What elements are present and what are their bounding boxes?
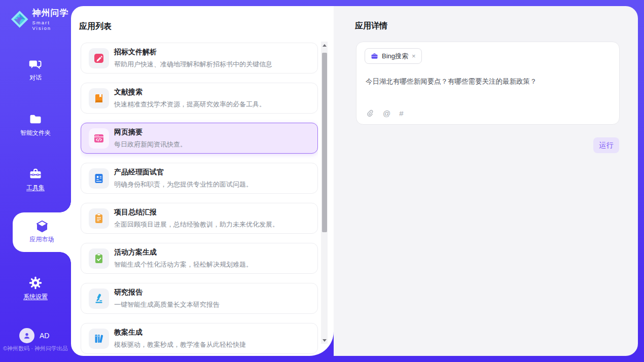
app-desc: 一键智能生成高质量长文本研究报告 [114,300,220,309]
composer-toolbar: @ # [366,109,404,118]
query-input[interactable]: 今日湖北有哪些新闻要点？有哪些需要关注的最新政策？ [366,77,612,86]
close-icon[interactable]: × [412,53,416,59]
sidebar-item-smart-folder[interactable]: 智能文件夹 [0,112,71,137]
app-logo: 神州问学 Smart Vision [10,7,71,31]
app-title: 产品经理面试官 [114,168,253,177]
gear-icon [28,276,43,290]
run-button[interactable]: 运行 [593,137,619,153]
diamond-logo-icon [10,10,29,29]
app-title: 教案生成 [114,328,246,337]
app-icon-box [89,288,109,309]
app-title: 活动方案生成 [114,248,253,257]
microscope-icon [93,293,105,305]
logo-title: 神州问学 [32,7,71,19]
scroll-down-icon[interactable] [321,337,328,344]
sidebar-item-settings[interactable]: 系统设置 [0,276,71,301]
app-icon-box [89,128,109,149]
app-desc: 每日政府新闻资讯快查。 [114,140,187,149]
app-icon-box [89,329,109,349]
app-detail-panel: 应用详情 Bing搜索 × 今日湖北有哪些新闻要点？有哪些需要关注的最新政策？ … [334,6,638,356]
app-desc: 快速精准查找学术资源，提高研究效率的必备工具。 [114,100,266,109]
app-desc: 模板驱动，教案秒成，教学准备从此轻松快捷 [114,340,246,349]
app-title: 文献搜索 [114,88,266,97]
toolbox-icon [28,167,43,181]
books-icon [93,333,105,345]
sidebar-item-toolbox[interactable]: 工具集 [0,167,71,192]
interviewer-doc-icon [93,172,105,185]
literature-book-icon [93,92,105,104]
logo-subtitle: Smart Vision [32,20,71,31]
app-desc: 智能生成个性化活动方案，轻松解决规划难题。 [114,260,253,269]
topic-icon[interactable]: # [399,109,403,118]
app-card[interactable]: 招标文件解析 帮助用户快速、准确地理解和解析招标书中的关键信息 [81,43,318,74]
sidebar-item-label: 工具集 [0,184,71,192]
person-icon [22,331,31,340]
app-detail-title: 应用详情 [355,21,387,31]
app-title: 网页摘要 [114,128,187,137]
app-list-title: 应用列表 [79,21,112,32]
app-desc: 帮助用户快速、准确地理解和解析招标书中的关键信息 [114,60,272,69]
app-icon-box [89,88,109,108]
sidebar-item-label: 智能文件夹 [0,129,71,137]
avatar [19,328,34,343]
app-icon-box [89,208,109,229]
app-card[interactable]: 研究报告 一键智能生成高质量长文本研究报告 [81,283,318,314]
app-title: 项目总结汇报 [114,208,279,217]
app-card[interactable]: 教案生成 模板驱动，教案秒成，教学准备从此轻松快捷 [81,323,318,354]
app-card[interactable]: 项目总结汇报 全面回顾项目进展，总结经验教训，助力未来优化发展。 [81,203,318,234]
clipboard-report-icon [93,212,105,225]
sidebar: 神州问学 Smart Vision 对话 智能文件夹 [0,0,71,362]
app-card[interactable]: 文献搜索 快速精准查找学术资源，提高研究效率的必备工具。 [81,83,318,114]
scroll-up-icon[interactable] [321,42,328,49]
sidebar-item-label: 对话 [0,74,71,82]
app-icon-box [89,48,109,68]
app-list-panel: 应用列表 招标文件解析 帮助用户快速、准确地理解和解析招标书中的关键信息 [71,6,334,356]
app-card-selected[interactable]: 网页摘要 每日政府新闻资讯快查。 [81,123,318,154]
app-card[interactable]: 活动方案生成 智能生成个性化活动方案，轻松解决规划难题。 [81,243,318,274]
user-name: AD [40,332,49,340]
bid-document-icon [93,52,105,64]
app-title: 研究报告 [114,288,220,297]
sidebar-item-label: 应用市场 [13,235,71,244]
prompt-card: Bing搜索 × 今日湖北有哪些新闻要点？有哪些需要关注的最新政策？ @ # [356,42,620,125]
tool-chip-bing-search[interactable]: Bing搜索 × [365,48,422,64]
attachment-icon[interactable] [366,109,374,118]
sidebar-footer: ©神州数码 · 神州问学出品 [3,345,71,352]
sidebar-item-app-market[interactable]: 应用市场 [13,212,71,252]
sidebar-item-chat[interactable]: 对话 [0,57,71,82]
sidebar-item-label: 系统设置 [0,293,71,301]
app-desc: 明确身份和职责，为您提供专业性的面试问题。 [114,180,253,189]
app-desc: 全面回顾项目进展，总结经验教训，助力未来优化发展。 [114,220,279,229]
app-icon-box [89,168,109,189]
cube-icon [34,219,50,234]
app-icon-box [89,248,109,269]
list-scrollbar[interactable] [321,42,328,344]
app-list: 招标文件解析 帮助用户快速、准确地理解和解析招标书中的关键信息 文献搜索 快速精… [81,43,318,356]
user-account[interactable]: AD [19,328,49,343]
app-card[interactable]: 产品经理面试官 明确身份和职责，为您提供专业性的面试问题。 [81,163,318,194]
scrollbar-thumb[interactable] [322,53,327,232]
folder-icon [28,112,43,126]
tool-chip-label: Bing搜索 [382,52,408,61]
briefcase-icon [371,52,378,60]
app-title: 招标文件解析 [114,48,272,57]
app-window: 神州问学 Smart Vision 对话 智能文件夹 [0,0,644,362]
mention-icon[interactable]: @ [383,109,390,118]
clipboard-check-icon [93,252,105,265]
web-summary-icon [93,132,105,144]
chat-icon [28,57,43,71]
